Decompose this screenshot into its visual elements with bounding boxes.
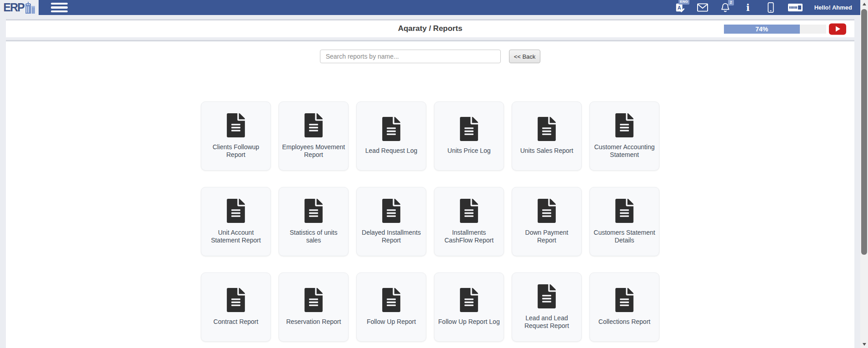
brand-logo-text: ERP: [3, 2, 24, 13]
file-alt-icon: [615, 288, 634, 312]
file-alt-icon: [227, 113, 245, 137]
brand-logo[interactable]: ERP: [0, 0, 39, 15]
report-card[interactable]: Collections Report: [589, 272, 659, 342]
report-card[interactable]: Lead Request Log: [356, 101, 426, 171]
video-play-button[interactable]: [829, 23, 846, 35]
report-card-label: Customer Accounting Statement: [593, 143, 656, 159]
report-card-label: Statistics of units sales: [282, 229, 345, 245]
search-input[interactable]: [320, 50, 501, 63]
progress-fill: 74%: [724, 25, 800, 34]
report-card[interactable]: Customer Accounting Statement: [589, 101, 659, 171]
hamburger-menu-button[interactable]: [49, 1, 70, 15]
back-button[interactable]: << Back: [509, 50, 541, 63]
file-alt-icon: [304, 113, 323, 137]
content-panel: << Back Clients Followup Report Employee…: [6, 40, 854, 348]
language-icon[interactable]: ENG A: [674, 2, 685, 14]
play-icon: [836, 26, 840, 32]
file-alt-icon: [538, 199, 556, 223]
file-alt-icon: [615, 199, 634, 223]
report-card-label: Unit Account Statement Report: [204, 229, 268, 245]
report-card[interactable]: Clients Followup Report: [201, 101, 271, 171]
scroll-down-arrow-icon: [863, 343, 866, 346]
report-card[interactable]: Statistics of units sales: [279, 187, 349, 256]
report-card[interactable]: Installments CashFlow Report: [434, 187, 504, 256]
report-card-label: Employees Movement Report: [282, 143, 345, 159]
file-alt-icon: [227, 199, 245, 223]
info-icon[interactable]: i: [743, 2, 753, 14]
report-card[interactable]: Unit Account Statement Report: [201, 187, 271, 256]
report-card-label: Collections Report: [599, 318, 650, 326]
report-card[interactable]: Follow Up Report: [356, 272, 426, 342]
notifications-bell-icon[interactable]: 2: [720, 2, 731, 14]
report-card-label: Contract Report: [214, 318, 259, 326]
file-alt-icon: [460, 288, 478, 312]
user-greeting[interactable]: Hello! Ahmed: [814, 4, 852, 11]
report-card[interactable]: Units Price Log: [434, 101, 504, 171]
file-alt-icon: [538, 117, 556, 141]
report-card[interactable]: Units Sales Report: [512, 101, 582, 171]
scrollbar-thumb[interactable]: [861, 9, 867, 255]
language-badge: ENG: [678, 0, 689, 5]
report-card[interactable]: Follow Up Report Log: [434, 272, 504, 342]
report-card-label: Installments CashFlow Report: [437, 229, 501, 245]
main-navbar: ENG A 2 i: [39, 0, 860, 15]
reports-toolbar: << Back: [6, 50, 854, 63]
file-alt-icon: [382, 117, 400, 141]
report-card-label: Down Payment Report: [515, 229, 579, 245]
report-card[interactable]: Lead and Lead Request Report: [512, 272, 582, 342]
top-bar: ERP ENG A: [0, 0, 860, 15]
report-card[interactable]: Delayed Installments Report: [356, 187, 426, 256]
file-alt-icon: [460, 199, 478, 223]
mail-icon[interactable]: [697, 2, 708, 14]
report-card-label: Reservation Report: [286, 318, 341, 326]
title-bar: Aqaraty / Reports 74%: [6, 19, 854, 37]
report-card-label: Follow Up Report Log: [438, 318, 499, 326]
progress-bar: 74%: [724, 25, 826, 34]
svg-text:A: A: [677, 5, 681, 10]
scroll-up-arrow-icon: [863, 3, 866, 5]
report-card-label: Units Price Log: [448, 147, 491, 155]
file-alt-icon: [227, 288, 245, 312]
report-card-label: Lead and Lead Request Report: [515, 314, 579, 330]
report-card-label: Delayed Installments Report: [359, 229, 423, 245]
building-icon: [25, 2, 35, 14]
report-card-label: Units Sales Report: [520, 147, 574, 155]
report-card-label: Follow Up Report: [367, 318, 416, 326]
report-card-label: Lead Request Log: [365, 147, 417, 155]
scroll-down-arrow[interactable]: [860, 340, 868, 348]
report-card[interactable]: Customers Statement Details: [589, 187, 659, 256]
report-card[interactable]: Down Payment Report: [512, 187, 582, 256]
file-alt-icon: [304, 199, 323, 223]
progress-label: 74%: [755, 25, 768, 33]
reports-grid: Clients Followup Report Employees Moveme…: [201, 101, 659, 342]
report-card[interactable]: Contract Report: [201, 272, 271, 342]
report-card[interactable]: Employees Movement Report: [279, 101, 349, 171]
mobile-icon[interactable]: [765, 2, 776, 14]
report-card-label: Clients Followup Report: [204, 143, 268, 159]
navbar-right-group: ENG A 2 i: [674, 2, 860, 14]
file-alt-icon: [382, 199, 400, 223]
file-alt-icon: [304, 288, 323, 312]
vertical-scrollbar[interactable]: [860, 0, 868, 348]
partner-logo: [788, 4, 803, 11]
file-alt-icon: [538, 284, 556, 308]
report-card-label: Customers Statement Details: [593, 229, 656, 245]
file-alt-icon: [382, 288, 400, 312]
report-card[interactable]: Reservation Report: [279, 272, 349, 342]
notification-count-badge: 2: [728, 0, 734, 5]
file-alt-icon: [615, 113, 634, 137]
file-alt-icon: [460, 117, 478, 141]
scroll-up-arrow[interactable]: [860, 0, 868, 8]
